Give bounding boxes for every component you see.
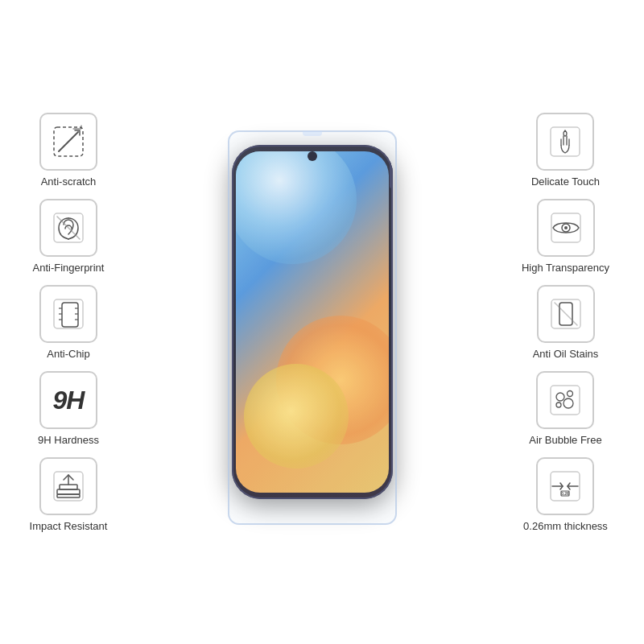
9h-hardness-icon-box: 9H	[39, 371, 97, 429]
feature-anti-fingerprint: Anti-Fingerprint	[33, 199, 105, 274]
screen-background	[236, 151, 389, 493]
svg-rect-14	[60, 485, 77, 489]
chip-icon	[51, 296, 86, 332]
9h-hardness-label: 9H Hardness	[38, 434, 99, 446]
delicate-touch-icon-box	[536, 113, 594, 171]
camera-bump	[390, 156, 393, 188]
svg-point-20	[564, 226, 568, 229]
feature-anti-scratch: Anti-scratch	[39, 113, 97, 188]
phone-stain-icon	[548, 296, 584, 332]
feature-anti-chip: Anti-Chip	[39, 285, 97, 360]
svg-point-26	[568, 390, 573, 396]
main-container: Anti-scratch Anti-Fingerprint	[0, 0, 644, 644]
high-transparency-icon-box	[537, 199, 595, 257]
feature-thickness: 0.26 0.26mm thickness	[523, 457, 608, 532]
high-transparency-label: High Transparency	[522, 262, 609, 274]
anti-scratch-icon-box	[39, 113, 97, 171]
front-camera-notch	[308, 151, 317, 161]
fingerprint-icon	[51, 210, 86, 246]
eye-icon	[548, 210, 584, 246]
phone-body	[232, 145, 393, 499]
air-bubble-free-icon-box	[536, 371, 594, 429]
circle-yellow	[244, 364, 349, 469]
svg-line-1	[59, 132, 78, 151]
svg-rect-15	[57, 494, 80, 497]
phone-wrapper	[232, 145, 393, 499]
feature-air-bubble-free: Air Bubble Free	[529, 371, 601, 446]
center-phone-area	[129, 16, 495, 628]
svg-rect-17	[551, 127, 580, 156]
feature-delicate-touch: Delicate Touch	[531, 113, 600, 188]
impact-icon	[51, 469, 86, 504]
impact-resistant-label: Impact Resistant	[30, 520, 108, 532]
delicate-touch-label: Delicate Touch	[531, 175, 600, 188]
thickness-label: 0.26mm thickness	[523, 520, 608, 532]
phone-screen	[236, 151, 389, 493]
svg-point-25	[556, 393, 564, 401]
feature-impact-resistant: Impact Resistant	[30, 457, 108, 532]
anti-chip-label: Anti-Chip	[47, 348, 89, 360]
svg-rect-13	[57, 489, 80, 494]
left-features-column: Anti-scratch Anti-Fingerprint	[8, 113, 129, 532]
svg-line-23	[555, 303, 577, 325]
anti-fingerprint-icon-box	[39, 199, 97, 257]
scratch-icon	[51, 124, 86, 159]
thickness-icon: 0.26	[547, 469, 583, 504]
circle-glass-reflection	[236, 151, 357, 264]
svg-text:0.26: 0.26	[562, 491, 570, 496]
anti-fingerprint-label: Anti-Fingerprint	[33, 262, 105, 274]
feature-anti-oil-stains: Anti Oil Stains	[533, 285, 599, 360]
anti-chip-icon-box	[39, 285, 97, 343]
touch-icon	[547, 124, 583, 159]
thickness-icon-box: 0.26	[536, 457, 594, 515]
feature-9h-hardness: 9H 9H Hardness	[38, 371, 99, 446]
right-features-column: Delicate Touch High Transparency	[495, 113, 636, 532]
anti-scratch-label: Anti-scratch	[41, 175, 97, 188]
svg-rect-5	[62, 303, 78, 327]
anti-oil-stains-icon-box	[537, 285, 595, 343]
air-bubble-free-label: Air Bubble Free	[529, 434, 601, 446]
svg-point-28	[556, 402, 561, 407]
9h-text: 9H	[53, 387, 85, 413]
svg-point-27	[564, 398, 573, 408]
bubble-icon	[547, 382, 583, 418]
impact-resistant-icon-box	[39, 457, 97, 515]
anti-oil-stains-label: Anti Oil Stains	[533, 348, 599, 360]
feature-high-transparency: High Transparency	[522, 199, 609, 274]
